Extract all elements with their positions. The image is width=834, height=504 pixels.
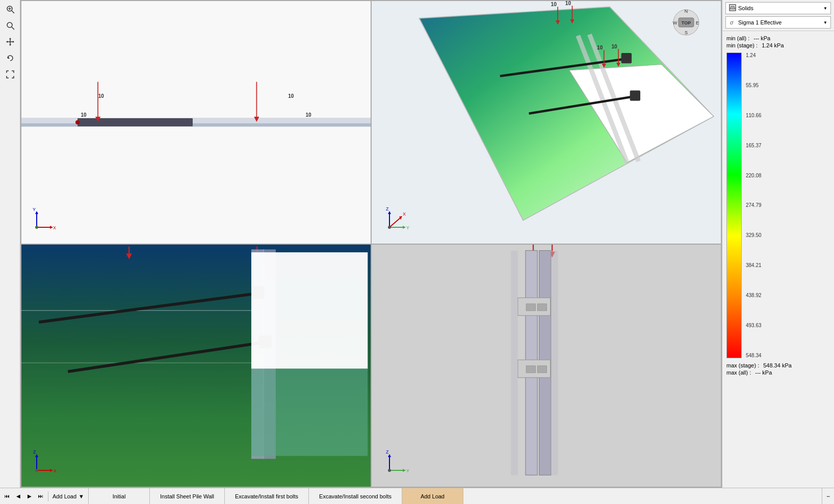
svg-rect-83 xyxy=(537,365,547,373)
svg-point-51 xyxy=(388,226,391,229)
svg-text:X: X xyxy=(54,468,57,473)
svg-rect-81 xyxy=(537,303,547,310)
cb-val-5: 274.79 xyxy=(746,202,762,208)
svg-line-47 xyxy=(389,217,401,227)
solids-dropdown-arrow: ▼ xyxy=(823,6,827,11)
zoom-fit-button[interactable] xyxy=(3,2,17,16)
cb-val-2: 110.66 xyxy=(746,113,762,118)
colorbar xyxy=(726,52,742,358)
viewport-topleft[interactable]: 10 10 10 10 xyxy=(21,1,371,244)
solids-label: Solids xyxy=(738,5,753,11)
collapse-button[interactable]: − xyxy=(822,488,834,505)
svg-line-31 xyxy=(578,36,627,163)
load-label-tl4: 10 xyxy=(305,112,311,118)
svg-text:10: 10 xyxy=(551,2,557,7)
svg-rect-80 xyxy=(526,303,536,310)
stage-nav-buttons: ⏮ ◀ ▶ ⏭ xyxy=(0,491,48,501)
nav-last-button[interactable]: ⏭ xyxy=(36,491,46,501)
stage-tab-excavate1[interactable]: Excavate/Install first bolts xyxy=(225,488,309,504)
statusbar: ⏮ ◀ ▶ ⏭ Add Load ▼ Initial Install Sheet… xyxy=(0,488,834,504)
min-all-label: min (all) : xyxy=(726,35,749,41)
nav-next-button[interactable]: ▶ xyxy=(24,491,35,501)
nav-first-button[interactable]: ⏮ xyxy=(2,491,12,501)
stage-dropdown-label: Add Load xyxy=(53,493,76,499)
svg-text:Z: Z xyxy=(386,449,389,455)
svg-text:10: 10 xyxy=(565,1,571,6)
cb-val-4: 220.08 xyxy=(746,173,762,178)
svg-line-32 xyxy=(589,35,638,162)
max-stage-value: 548.34 kPa xyxy=(763,362,792,368)
cb-val-10: 548.34 xyxy=(746,353,762,358)
svg-marker-89 xyxy=(403,469,406,472)
svg-text:N: N xyxy=(685,9,688,14)
svg-line-5 xyxy=(12,27,14,30)
cb-val-7: 384.21 xyxy=(746,262,762,268)
stage-dropdown-icon: ▼ xyxy=(79,493,84,499)
max-stage-label: max (stage) : xyxy=(726,362,759,368)
svg-marker-94 xyxy=(730,6,735,9)
colorbar-values: 1.24 55.95 110.66 165.37 220.08 274.79 3… xyxy=(746,52,762,358)
cb-val-3: 165.37 xyxy=(746,143,762,148)
viewport-grid: 10 10 10 10 xyxy=(20,0,722,488)
svg-text:X: X xyxy=(403,211,406,217)
solids-icon xyxy=(729,4,736,12)
pan-button[interactable] xyxy=(3,35,17,49)
svg-marker-8 xyxy=(9,38,11,39)
svg-point-4 xyxy=(7,22,12,28)
viewport-bottomright[interactable]: Z Y xyxy=(371,244,721,488)
zoom-in-button[interactable] xyxy=(3,18,17,33)
svg-text:Z: Z xyxy=(386,206,389,211)
stage-tabs: Initial Install Sheet Pile Wall Excavate… xyxy=(89,488,822,504)
svg-text:10: 10 xyxy=(597,45,603,50)
svg-line-33 xyxy=(500,59,627,76)
svg-rect-36 xyxy=(630,90,640,100)
load-label-tl1: 10 xyxy=(98,93,104,99)
svg-text:10: 10 xyxy=(611,44,617,49)
undo-button[interactable] xyxy=(3,51,17,65)
load-label-tl3: 10 xyxy=(81,112,86,118)
svg-marker-10 xyxy=(6,41,8,43)
svg-point-71 xyxy=(35,469,38,472)
sigma-label: Sigma 1 Effective xyxy=(738,19,781,25)
svg-marker-49 xyxy=(403,226,406,229)
svg-marker-9 xyxy=(9,44,11,46)
svg-rect-84 xyxy=(511,250,518,475)
cb-val-8: 438.92 xyxy=(746,293,762,298)
viewport-bottomleft[interactable]: Z X xyxy=(21,244,371,488)
svg-text:TOP: TOP xyxy=(682,20,691,25)
svg-line-34 xyxy=(529,96,636,114)
svg-rect-35 xyxy=(621,53,632,63)
svg-point-19 xyxy=(35,226,38,229)
stage-tab-addload[interactable]: Add Load xyxy=(402,488,463,504)
svg-rect-85 xyxy=(551,250,558,475)
svg-marker-30 xyxy=(569,65,714,163)
left-toolbar xyxy=(0,0,20,488)
svg-rect-76 xyxy=(526,250,537,475)
svg-marker-11 xyxy=(13,41,14,43)
zoom-extent-button[interactable] xyxy=(3,67,17,82)
stage-tab-excavate2[interactable]: Excavate/Install second bolts xyxy=(309,488,402,504)
stage-tab-install[interactable]: Install Sheet Pile Wall xyxy=(150,488,225,504)
svg-marker-29 xyxy=(419,7,713,220)
cb-val-1: 55.95 xyxy=(746,83,762,88)
stage-tab-initial[interactable]: Initial xyxy=(89,488,150,504)
svg-text:Y: Y xyxy=(406,225,409,230)
svg-text:E: E xyxy=(696,20,699,25)
load-label-tl2: 10 xyxy=(288,93,294,99)
svg-text:Y: Y xyxy=(33,207,36,212)
sigma-icon: σ xyxy=(729,18,736,26)
svg-rect-78 xyxy=(518,298,551,315)
viewport-topright[interactable]: N S E W TOP xyxy=(371,1,721,244)
svg-marker-70 xyxy=(50,469,53,472)
cb-val-9: 493.63 xyxy=(746,323,762,328)
sigma-dropdown[interactable]: σ Sigma 1 Effective ▼ xyxy=(725,16,831,29)
stage-dropdown-button[interactable]: Add Load ▼ xyxy=(48,488,89,504)
nav-prev-button[interactable]: ◀ xyxy=(13,491,23,501)
max-all-value: --- kPa xyxy=(755,369,772,376)
compass: N S E W TOP xyxy=(672,9,700,37)
solids-dropdown[interactable]: Solids ▼ xyxy=(725,2,831,14)
min-all-value: --- kPa xyxy=(753,35,770,41)
cb-val-6: 329.50 xyxy=(746,232,762,238)
svg-rect-79 xyxy=(518,360,551,378)
svg-text:Z: Z xyxy=(33,449,36,455)
